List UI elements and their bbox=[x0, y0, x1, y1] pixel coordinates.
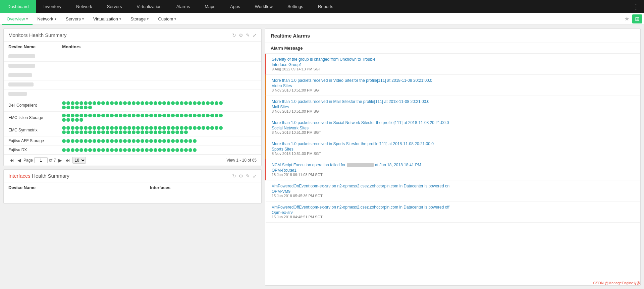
status-dot bbox=[84, 130, 88, 134]
status-dot bbox=[79, 114, 83, 117]
alarm-source[interactable]: Video Sites bbox=[272, 83, 635, 88]
alarm-source[interactable]: Interface Group1 bbox=[272, 62, 635, 67]
alarm-source[interactable]: OPM-Router1 bbox=[272, 168, 635, 173]
monitors-dots bbox=[62, 101, 223, 109]
status-dot bbox=[84, 126, 88, 130]
alarm-message-text[interactable]: More than 1.0 packets received in Sports… bbox=[272, 141, 635, 146]
status-dot bbox=[114, 114, 118, 117]
status-dot bbox=[93, 139, 96, 143]
last-page-button[interactable]: ⏭ bbox=[64, 157, 71, 163]
next-page-button[interactable]: ▶ bbox=[57, 157, 63, 163]
alarm-message-text[interactable]: NCM Script Execution operation failed fo… bbox=[272, 163, 635, 167]
interfaces-settings-icon[interactable]: ⚙ bbox=[239, 173, 243, 179]
status-dot bbox=[62, 114, 66, 117]
settings-icon[interactable]: ⚙ bbox=[239, 33, 243, 38]
alarm-time: 8 Nov 2018 10:51:00 PM SGT bbox=[272, 130, 635, 134]
device-name-cell: EMC Symmetrix bbox=[4, 124, 57, 136]
status-dot bbox=[79, 139, 83, 143]
prev-page-button[interactable]: ◀ bbox=[16, 157, 22, 163]
nav-network[interactable]: Network bbox=[69, 0, 100, 13]
alarm-source[interactable]: Sports Sites bbox=[272, 147, 635, 152]
nav-inventory[interactable]: Inventory bbox=[36, 0, 69, 13]
interfaces-edit-icon[interactable]: ✎ bbox=[246, 173, 250, 179]
status-dot bbox=[75, 118, 79, 122]
alarm-item: NCM Script Execution operation failed fo… bbox=[265, 159, 640, 180]
nav-workflow[interactable]: Workflow bbox=[248, 0, 280, 13]
alarm-source[interactable]: Social Network Sites bbox=[272, 126, 635, 130]
status-dot bbox=[184, 101, 188, 105]
status-dot bbox=[88, 139, 92, 143]
alarms-list: Severity of the group is changed from Un… bbox=[265, 54, 640, 223]
status-dot bbox=[180, 148, 183, 152]
page-number-input[interactable] bbox=[34, 157, 48, 163]
status-dot bbox=[84, 148, 88, 152]
nav-virtualization[interactable]: Virtualization bbox=[129, 0, 169, 13]
refresh-icon[interactable]: ↻ bbox=[232, 33, 236, 38]
first-page-button[interactable]: ⏮ bbox=[8, 157, 15, 163]
status-dot bbox=[88, 148, 92, 152]
nav-apps[interactable]: Apps bbox=[223, 0, 248, 13]
alarm-message-text[interactable]: Severity of the group is changed from Un… bbox=[272, 57, 635, 62]
status-dot bbox=[106, 101, 109, 105]
status-dot bbox=[167, 126, 170, 130]
nav-settings[interactable]: Settings bbox=[280, 0, 311, 13]
alarm-source[interactable]: Mail Sites bbox=[272, 105, 635, 109]
nav-maps[interactable]: Maps bbox=[197, 0, 223, 13]
interfaces-health-title: Interfaces Health Summary bbox=[8, 173, 232, 179]
nav-dashboard[interactable]: Dashboard bbox=[0, 0, 36, 13]
status-dot bbox=[88, 130, 92, 134]
interfaces-refresh-icon[interactable]: ↻ bbox=[232, 173, 236, 179]
status-dot bbox=[141, 114, 144, 117]
edit-icon[interactable]: ✎ bbox=[246, 33, 250, 38]
nav-alarms[interactable]: Alarms bbox=[169, 0, 197, 13]
status-dot bbox=[71, 126, 74, 130]
per-page-select[interactable]: 10 25 50 bbox=[72, 157, 86, 164]
alarm-message-text[interactable]: More than 1.0 packets received in Mail S… bbox=[272, 99, 635, 104]
status-dot bbox=[84, 139, 88, 143]
status-dot bbox=[193, 139, 197, 143]
status-dot bbox=[62, 139, 66, 143]
alarm-message-text[interactable]: More than 1.0 packets received in Video … bbox=[272, 78, 635, 83]
interfaces-expand-icon[interactable]: ⤢ bbox=[253, 173, 257, 179]
status-dot bbox=[210, 126, 214, 130]
status-dot bbox=[127, 130, 131, 134]
left-panel: Monitors Health Summary ↻ ⚙ ✎ ⤢ Device N… bbox=[3, 28, 262, 286]
tab-overview[interactable]: Overview ▾ bbox=[2, 14, 33, 25]
nav-reports[interactable]: Reports bbox=[311, 0, 341, 13]
status-dot bbox=[127, 114, 131, 117]
favorite-star-icon[interactable]: ★ bbox=[622, 15, 632, 22]
status-dot bbox=[175, 130, 179, 134]
tab-network[interactable]: Network ▾ bbox=[33, 14, 61, 25]
monitors-title-bold: Monitors bbox=[8, 32, 29, 38]
tab-servers[interactable]: Servers ▾ bbox=[61, 14, 89, 25]
grid-menu-button[interactable]: ⊞ bbox=[632, 14, 642, 23]
status-dot bbox=[119, 139, 122, 143]
alarm-message-text[interactable]: VmPoweredOnEvent:opm-ex-srv on n2-opmesx… bbox=[272, 184, 635, 188]
status-dot bbox=[132, 101, 136, 105]
main-content: Monitors Health Summary ↻ ⚙ ✎ ⤢ Device N… bbox=[0, 25, 644, 289]
alarm-source[interactable]: Opm-ex-srv bbox=[272, 210, 635, 215]
tab-virtualization[interactable]: Virtualization ▾ bbox=[89, 14, 126, 25]
status-dot bbox=[123, 139, 127, 143]
status-dot bbox=[175, 148, 179, 152]
more-options-button[interactable]: ⋮ bbox=[628, 3, 644, 11]
status-dot bbox=[75, 130, 79, 134]
table-row: Fujitsu DX bbox=[4, 146, 261, 155]
status-dot bbox=[141, 139, 144, 143]
status-dot bbox=[154, 139, 157, 143]
tab-custom[interactable]: Custom ▾ bbox=[153, 14, 181, 25]
status-dot bbox=[136, 114, 140, 117]
alarm-message-text[interactable]: More than 1.0 packets received in Social… bbox=[272, 120, 635, 125]
status-dot bbox=[79, 106, 83, 109]
nav-servers[interactable]: Servers bbox=[100, 0, 129, 13]
status-dot bbox=[154, 114, 157, 117]
status-dot bbox=[193, 148, 197, 152]
alarm-source[interactable]: OPM-VM9 bbox=[272, 189, 635, 194]
tab-storage[interactable]: Storage ▾ bbox=[126, 14, 154, 25]
alarm-message-text[interactable]: VmPoweredOffEvent:opm-ex-srv on n2-opmes… bbox=[272, 205, 635, 210]
interfaces-title-normal: Health Summary bbox=[31, 173, 69, 179]
expand-icon[interactable]: ⤢ bbox=[253, 33, 257, 38]
top-navigation: Dashboard Inventory Network Servers Virt… bbox=[0, 0, 644, 13]
status-dot bbox=[66, 118, 70, 122]
status-dot bbox=[184, 114, 188, 117]
